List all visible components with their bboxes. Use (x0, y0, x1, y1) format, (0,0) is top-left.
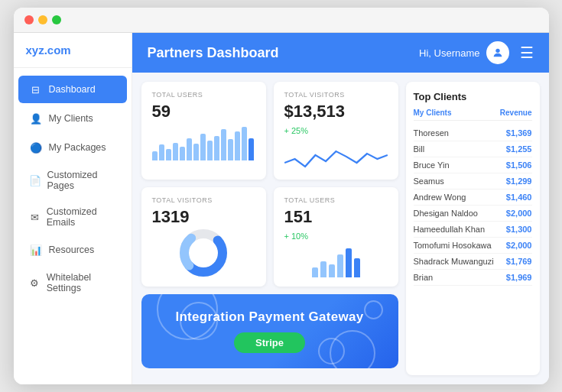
deco-circle-5 (364, 300, 383, 319)
donut-chart (152, 232, 255, 274)
maximize-dot[interactable] (52, 15, 61, 24)
app-body: xyz.com ⊟ Dashboard👤 My Clients🔵 My Pack… (14, 33, 549, 384)
bar-segment (235, 131, 240, 160)
bar-segment (214, 136, 219, 160)
sidebar-item-whitelabel-settings[interactable]: ⚙ Whitelabel Settings (18, 265, 127, 300)
header: Partners Dashboard Hi, Username ☰ (132, 33, 549, 73)
client-name: Seamus (414, 177, 444, 186)
app-window: xyz.com ⊟ Dashboard👤 My Clients🔵 My Pack… (14, 8, 549, 384)
bar-segment (173, 143, 178, 160)
content-area: Total Users 59 Total Visitors $13,513 + … (132, 73, 549, 384)
greeting-text: Hi, Username (419, 47, 479, 59)
total-users-bottom-change: + 10% (284, 232, 388, 241)
client-row: Bruce Yin $1,506 (414, 157, 532, 173)
client-row: Andrew Wong $1,460 (414, 190, 532, 206)
sidebar-item-customized-pages[interactable]: 📄 Customized Pages (18, 163, 127, 198)
hamburger-icon[interactable]: ☰ (520, 44, 534, 62)
bar-segment (180, 147, 185, 160)
titlebar (14, 8, 549, 33)
line-chart (284, 140, 388, 170)
client-name: Tomofumi Hosokawa (414, 241, 492, 250)
client-revenue: $2,000 (506, 209, 532, 218)
center-section: Total Users 59 Total Visitors $13,513 + … (141, 82, 398, 375)
client-row: Brian $1,969 (414, 270, 532, 286)
bar-segment (242, 127, 247, 160)
bar-segment (187, 138, 192, 160)
clients-list: Thoresen $1,369Bill $1,255Bruce Yin $1,5… (414, 125, 532, 286)
client-name: Thoresen (414, 128, 449, 138)
sidebar-item-my-packages[interactable]: 🔵 My Packages (18, 134, 127, 161)
top-cards-row: Total Users 59 Total Visitors $13,513 + … (141, 82, 398, 180)
total-visitors-label: Total Visitors (284, 91, 388, 99)
sidebar-label-my-packages: My Packages (49, 142, 106, 153)
top-clients-title: Top Clients (414, 91, 532, 102)
total-users-value: 59 (152, 102, 255, 121)
header-title: Partners Dashboard (148, 45, 412, 61)
bar-segment (166, 149, 171, 160)
small-bar-segment (320, 261, 326, 277)
sidebar-label-customized-emails: Customized Emails (47, 206, 116, 228)
sidebar-item-customized-emails[interactable]: ✉ Customized Emails (18, 199, 127, 235)
client-name: Hameedullah Khan (414, 225, 486, 234)
dashboard-icon: ⊟ (29, 83, 43, 96)
svg-point-0 (495, 49, 499, 53)
deco-circle-4 (318, 338, 345, 364)
sidebar-label-resources: Resources (49, 245, 95, 255)
total-users-bottom-card: Total Users 151 + 10% (274, 187, 398, 287)
sidebar-label-my-clients: My Clients (49, 113, 93, 124)
sidebar-item-resources[interactable]: 📊 Resources (18, 236, 127, 264)
client-name: Andrew Wong (414, 193, 466, 202)
small-bar-segment (354, 258, 360, 277)
stripe-button[interactable]: Stripe (234, 332, 305, 353)
client-name: Dhesigan Naldoo (414, 209, 478, 218)
avatar[interactable] (486, 41, 509, 64)
small-bar-segment (312, 267, 318, 277)
client-name: Bill (414, 144, 425, 154)
client-revenue: $1,460 (506, 193, 532, 202)
total-users-bar-chart (152, 126, 255, 160)
client-revenue: $1,369 (506, 128, 532, 138)
client-row: Bill $1,255 (414, 141, 532, 157)
resources-icon: 📊 (29, 243, 43, 257)
bar-segment (207, 141, 213, 160)
bar-segment (200, 134, 206, 160)
gateway-card: Integration Payment Gateway Stripe (141, 294, 398, 368)
sidebar-nav: ⊟ Dashboard👤 My Clients🔵 My Packages📄 Cu… (14, 68, 132, 384)
bar-segment (193, 144, 199, 160)
close-dot[interactable] (24, 15, 34, 24)
customized-emails-icon: ✉ (29, 210, 41, 224)
deco-circle-2 (180, 302, 218, 340)
client-revenue: $1,300 (506, 225, 532, 234)
whitelabel-settings-icon: ⚙ (29, 276, 41, 290)
col-clients-label: My Clients (414, 109, 452, 117)
sidebar-logo: xyz.com (14, 33, 132, 68)
client-row: Tomofumi Hosokawa $2,000 (414, 238, 532, 254)
customized-pages-icon: 📄 (29, 173, 41, 187)
total-visitors-change: + 25% (284, 126, 388, 135)
sidebar-item-dashboard[interactable]: ⊟ Dashboard (18, 76, 127, 103)
bar-segment (152, 151, 158, 160)
client-revenue: $1,769 (506, 257, 532, 266)
bar-segment (159, 144, 164, 160)
col-revenue-label: Revenue (500, 109, 532, 117)
bar-segment (221, 129, 226, 160)
client-revenue: $2,000 (506, 241, 532, 250)
minimize-dot[interactable] (38, 15, 47, 24)
header-user: Hi, Username ☰ (419, 41, 533, 64)
total-users-card: Total Users 59 (141, 82, 266, 180)
sidebar-item-my-clients[interactable]: 👤 My Clients (18, 105, 127, 132)
bottom-cards-row: total visitors 1319 (141, 187, 398, 287)
client-name: Shadrack Muwanguzi (414, 257, 494, 266)
sidebar-label-whitelabel-settings: Whitelabel Settings (47, 272, 116, 293)
small-bar-segment (337, 254, 343, 277)
bar-segment (249, 138, 254, 160)
client-revenue: $1,255 (506, 144, 532, 154)
client-row: Shadrack Muwanguzi $1,769 (414, 254, 532, 270)
visitors-count-label: total visitors (152, 196, 255, 204)
client-name: Bruce Yin (414, 160, 450, 170)
my-packages-icon: 🔵 (29, 141, 43, 154)
small-bar-chart (284, 247, 388, 277)
small-bar-segment (329, 264, 335, 277)
client-row: Thoresen $1,369 (414, 125, 532, 141)
client-revenue: $1,506 (506, 160, 532, 170)
